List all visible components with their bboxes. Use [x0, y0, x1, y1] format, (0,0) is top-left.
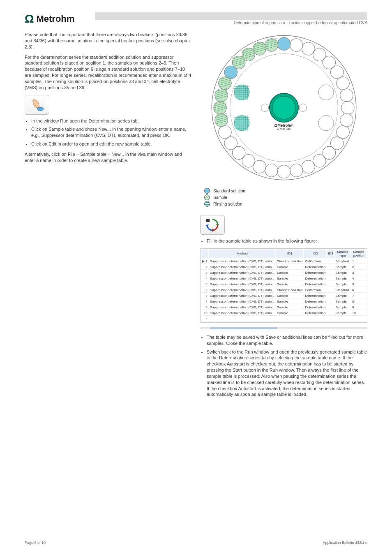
table-cell: 7	[201, 294, 208, 298]
carousel-legend: Standard solution Sample Rinsing solutio…	[204, 188, 367, 207]
svg-point-68	[313, 154, 325, 167]
table-cell: 8	[351, 299, 366, 304]
table-cell: Suppressor determination (CVS, DT), auto…	[209, 276, 275, 281]
table-cell: Calibration	[304, 259, 326, 264]
table-cell: 9	[351, 305, 366, 310]
brand-name: Metrohm	[36, 14, 74, 24]
svg-point-4	[272, 96, 295, 119]
table-cell: ▶ 1	[201, 259, 208, 264]
table-cell: Determination	[304, 299, 326, 304]
table-cell: 2	[351, 265, 366, 270]
svg-point-77	[323, 56, 335, 69]
legend-sample: Sample	[204, 194, 367, 200]
right-followup-1: The table may be saved with Save or addi…	[207, 334, 367, 347]
table-cell	[304, 317, 326, 321]
table-row: 4Suppressor determination (CVS, DT), aut…	[201, 276, 366, 281]
svg-point-112	[318, 85, 334, 100]
right-followup-list: The table may be saved with Save or addi…	[200, 334, 367, 398]
table-cell: Sample	[335, 276, 350, 281]
table-row: 6Suppressor determination (CVS, DT), aut…	[201, 288, 366, 293]
table-cell: Sample	[276, 299, 303, 304]
table-cell	[209, 317, 275, 321]
table-cell: Sample	[335, 294, 350, 298]
table-cell: 4	[201, 276, 208, 281]
table-cell: Sample	[335, 305, 350, 310]
svg-point-9	[277, 37, 290, 50]
recycle-icon-wrap	[200, 215, 367, 235]
table-cell: Sample	[276, 311, 303, 316]
table-cell	[327, 288, 334, 293]
table-header: ID1	[276, 250, 303, 258]
table-header	[201, 250, 208, 258]
svg-point-65	[277, 165, 290, 178]
recycle-icon	[200, 215, 225, 235]
table-header: Sample type	[335, 250, 350, 258]
table-cell: Sample	[276, 265, 303, 270]
left-step-2: Click on Sample table and chose New... I…	[31, 126, 192, 139]
table-cell: Sample	[335, 311, 350, 316]
table-row: 7Suppressor determination (CVS, DT), aut…	[201, 294, 366, 298]
table-scrollbar	[200, 327, 367, 329]
svg-text:6.2041.440: 6.2041.440	[277, 128, 291, 131]
table-cell: Standard solution	[276, 259, 303, 264]
table-cell: Determination	[304, 265, 326, 270]
table-cell	[327, 305, 334, 310]
touch-icon-wrap	[25, 95, 192, 115]
svg-text:ΩMetrohm: ΩMetrohm	[274, 123, 293, 127]
table-row: *	[201, 317, 366, 321]
svg-point-71	[336, 126, 349, 139]
legend-sample-label: Sample	[213, 195, 227, 200]
table-cell: Standard	[335, 288, 350, 293]
table-cell: 6	[351, 288, 366, 293]
table-cell	[327, 311, 334, 316]
touch-icon	[25, 95, 49, 115]
table-row: 3Suppressor determination (CVS, DT), aut…	[201, 271, 366, 275]
table-cell: Sample	[276, 282, 303, 287]
table-cell	[351, 317, 366, 321]
table-header: Method	[209, 250, 275, 258]
table-cell	[327, 317, 334, 321]
brand-logo: Ω Metrohm	[25, 12, 74, 25]
table-cell: Sample	[276, 305, 303, 310]
sample-carousel-diagram: ΩMetrohm 6.2041.440	[208, 32, 360, 184]
left-steps-list: In the window Run open the Determination…	[25, 118, 192, 147]
table-cell: 3	[351, 271, 366, 275]
svg-point-5	[261, 104, 269, 112]
table-cell: Sample	[276, 276, 303, 281]
right-step-fill: Fill in the sample table as shown in the…	[207, 238, 367, 244]
table-cell: 9	[201, 305, 208, 310]
table-cell: Determination	[304, 276, 326, 281]
table-cell: 8	[201, 299, 208, 304]
table-cell: Suppressor determination (CVS, DT), auto…	[209, 265, 275, 270]
footer-right: Application Bulletin 432/1 e	[323, 541, 367, 545]
table-cell	[327, 276, 334, 281]
right-followup-2: Switch back to the Run window and open t…	[207, 349, 367, 398]
table-cell	[327, 282, 334, 287]
table-cell	[327, 299, 334, 304]
svg-point-74	[340, 89, 353, 102]
header-subtitle: Determination of suppressor in acidic co…	[95, 21, 367, 25]
table-row: 5Suppressor determination (CVS, DT), aut…	[201, 282, 366, 287]
table-cell: Sample	[335, 265, 350, 270]
table-header: Sample position	[351, 250, 366, 258]
table-cell: Determination	[304, 311, 326, 316]
svg-point-111	[318, 116, 334, 131]
table-cell: Suppressor determination (CVS, DT), auto…	[209, 311, 275, 316]
svg-point-60	[224, 137, 237, 150]
legend-rinse-label: Rinsing solution	[213, 202, 242, 206]
table-cell	[276, 317, 303, 321]
table-cell: 4	[351, 276, 366, 281]
table-cell: Suppressor determination (CVS, DT), auto…	[209, 294, 275, 298]
table-cell: Suppressor determination (CVS, DT), auto…	[209, 305, 275, 310]
svg-point-80	[290, 39, 302, 51]
table-cell: Suppressor determination (CVS, DT), auto…	[209, 271, 275, 275]
table-cell: Calibration	[304, 288, 326, 293]
table-cell: 7	[351, 294, 366, 298]
left-alt-note: Alternatively, click on File – Sample ta…	[25, 151, 192, 164]
table-cell: 5	[351, 282, 366, 287]
left-note-1: Please note that it is important that th…	[25, 32, 192, 50]
svg-point-61	[232, 146, 245, 159]
legend-std: Standard solution	[204, 188, 367, 194]
table-cell: Standard	[335, 259, 350, 264]
table-cell: 10	[351, 311, 366, 316]
